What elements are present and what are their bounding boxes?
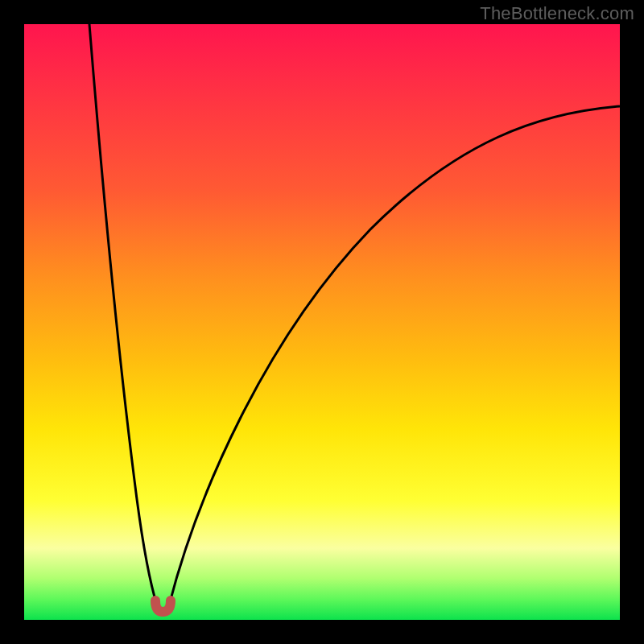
optimum-marker — [155, 601, 171, 612]
plot-area — [24, 24, 620, 620]
bottleneck-curve — [24, 24, 620, 620]
curve-left-branch — [89, 24, 157, 605]
curve-right-branch — [169, 106, 620, 605]
chart-frame: TheBottleneck.com — [0, 0, 644, 644]
attribution-text: TheBottleneck.com — [480, 3, 634, 24]
